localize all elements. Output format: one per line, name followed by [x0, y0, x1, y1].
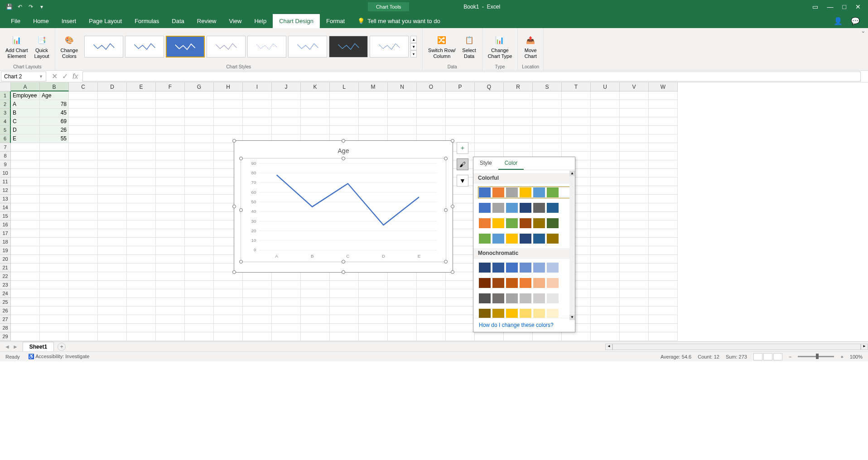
cell[interactable]	[649, 324, 678, 332]
tab-help[interactable]: Help	[248, 14, 273, 28]
column-header-M[interactable]: M	[359, 82, 388, 91]
cell[interactable]	[185, 255, 214, 264]
cell[interactable]	[359, 281, 388, 289]
column-header-P[interactable]: P	[446, 82, 475, 91]
select-all-corner[interactable]	[0, 82, 11, 91]
color-swatch[interactable]	[533, 293, 545, 303]
cell[interactable]	[330, 332, 359, 341]
cell[interactable]	[156, 117, 185, 126]
cell[interactable]	[185, 289, 214, 298]
chart-style-6[interactable]	[288, 36, 327, 58]
color-swatch[interactable]	[506, 278, 518, 288]
zoom-level[interactable]: 100%	[850, 354, 863, 359]
cell[interactable]	[40, 324, 69, 332]
cell[interactable]	[156, 177, 185, 186]
cell[interactable]	[388, 100, 417, 109]
column-header-H[interactable]: H	[214, 82, 243, 91]
cell[interactable]	[591, 117, 620, 126]
cell[interactable]	[40, 169, 69, 177]
cell[interactable]	[649, 281, 678, 289]
cell[interactable]	[562, 143, 591, 152]
cell[interactable]	[98, 238, 127, 246]
cell[interactable]	[301, 100, 330, 109]
cell[interactable]	[475, 126, 504, 134]
change-chart-type-button[interactable]: 📊 Change Chart Type	[486, 33, 514, 60]
cell[interactable]	[98, 229, 127, 238]
cell[interactable]	[562, 117, 591, 126]
cell[interactable]	[11, 186, 40, 195]
color-palette-row[interactable]	[478, 292, 570, 304]
cell[interactable]	[98, 109, 127, 117]
color-swatch[interactable]	[492, 309, 504, 318]
cell[interactable]	[127, 100, 156, 109]
cell[interactable]	[533, 126, 562, 134]
resize-handle-ne[interactable]	[451, 139, 454, 143]
collapse-ribbon-icon[interactable]: ˇ	[862, 31, 864, 39]
row-header[interactable]: 4	[0, 117, 11, 126]
view-page-break-button[interactable]	[773, 353, 782, 360]
cell[interactable]	[40, 246, 69, 255]
cell[interactable]	[127, 143, 156, 152]
cell[interactable]	[69, 315, 98, 324]
color-swatch[interactable]	[533, 263, 545, 273]
column-header-A[interactable]: A	[11, 82, 40, 91]
color-swatch[interactable]	[506, 218, 518, 228]
cell[interactable]	[185, 307, 214, 315]
worksheet-grid[interactable]: ABCDEFGHIJKLMNOPQRSTUVW 1EmployeeAge2A78…	[0, 82, 868, 341]
column-header-U[interactable]: U	[591, 82, 620, 91]
column-header-N[interactable]: N	[388, 82, 417, 91]
cell[interactable]	[127, 203, 156, 212]
cell[interactable]	[649, 229, 678, 238]
cell[interactable]	[533, 100, 562, 109]
cell[interactable]	[504, 109, 533, 117]
cell[interactable]	[446, 307, 475, 315]
cell[interactable]	[504, 100, 533, 109]
cell[interactable]	[591, 160, 620, 169]
cell[interactable]	[185, 220, 214, 229]
cell[interactable]	[127, 315, 156, 324]
cell[interactable]	[591, 298, 620, 307]
cell[interactable]	[98, 91, 127, 100]
cell[interactable]	[11, 143, 40, 152]
cell[interactable]	[417, 109, 446, 117]
cell[interactable]	[127, 324, 156, 332]
column-header-R[interactable]: R	[504, 82, 533, 91]
cell[interactable]	[417, 315, 446, 324]
cell[interactable]	[301, 91, 330, 100]
cell[interactable]	[649, 289, 678, 298]
cell[interactable]: B	[11, 109, 40, 117]
add-chart-element-button[interactable]: 📊 Add Chart Element	[4, 33, 30, 60]
cell[interactable]	[330, 281, 359, 289]
plot-handle[interactable]	[444, 208, 448, 212]
cell[interactable]	[243, 315, 272, 324]
column-header-I[interactable]: I	[243, 82, 272, 91]
plot-area[interactable]: 0102030405060708090ABCDE	[241, 158, 446, 262]
color-swatch[interactable]	[533, 234, 545, 244]
cell[interactable]: 45	[40, 109, 69, 117]
cell[interactable]	[156, 143, 185, 152]
cell[interactable]	[388, 324, 417, 332]
color-swatch[interactable]	[492, 187, 504, 197]
resize-handle-s[interactable]	[342, 270, 345, 274]
column-header-V[interactable]: V	[620, 82, 649, 91]
cell[interactable]	[185, 109, 214, 117]
cell[interactable]	[127, 255, 156, 264]
cell[interactable]	[649, 212, 678, 220]
resize-handle-sw[interactable]	[232, 270, 236, 274]
cell[interactable]	[69, 117, 98, 126]
accessibility-status[interactable]: ♿ Accessibility: Investigate	[28, 354, 90, 359]
cell[interactable]	[69, 100, 98, 109]
cell[interactable]	[649, 117, 678, 126]
cell[interactable]	[214, 272, 243, 281]
cell[interactable]	[185, 324, 214, 332]
cell[interactable]	[620, 255, 649, 264]
cell[interactable]	[98, 134, 127, 143]
cell[interactable]	[272, 100, 301, 109]
cell[interactable]	[533, 143, 562, 152]
cell[interactable]	[156, 229, 185, 238]
save-icon[interactable]: 💾	[5, 3, 13, 10]
cell[interactable]	[475, 100, 504, 109]
cell[interactable]	[11, 152, 40, 160]
cell[interactable]	[127, 229, 156, 238]
cell[interactable]	[591, 332, 620, 341]
